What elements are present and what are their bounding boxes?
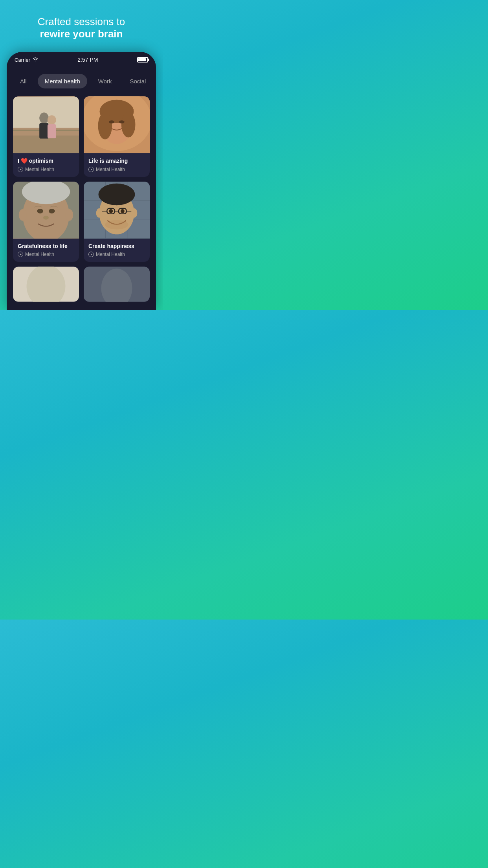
play-icon [18,167,23,172]
card-gratefulness-image [13,182,79,239]
battery-icon [137,57,148,63]
carrier-label: Carrier [15,57,30,63]
card-life-amazing-title: Life is amazing [88,157,145,164]
header-subtitle: Crafted sessions to [38,16,125,28]
header-title: rewire your brain [38,28,125,40]
card-happiness-info: Create happiness Mental Health [84,239,150,262]
status-bar: Carrier 2:57 PM [7,52,156,66]
svg-point-12 [98,112,112,140]
card-optimism-title: I ❤️ optimism [18,157,74,164]
partial-cards-row [13,267,150,302]
svg-point-4 [39,113,49,124]
card-happiness-title: Create happiness [88,243,145,250]
card-life-amazing[interactable]: Life is amazing Mental Health [84,96,150,177]
card-optimism[interactable]: I ❤️ optimism Mental Health [13,96,79,177]
card-optimism-image [13,96,79,153]
svg-point-20 [49,209,55,213]
svg-point-42 [131,208,138,218]
card-gratefulness-info: Gratefulness to life Mental Health [13,239,79,262]
filter-tabs: All Mental health Work Social [13,74,150,88]
svg-point-19 [37,209,43,213]
card-happiness[interactable]: Create happiness Mental Health [84,182,150,262]
wifi-icon [32,57,39,63]
svg-point-24 [65,209,73,221]
play-icon-4 [88,252,94,257]
card-gratefulness[interactable]: Gratefulness to life Mental Health [13,182,79,262]
card-life-amazing-category-label: Mental Health [96,167,125,172]
phone-frame: Carrier 2:57 PM All Mental health Work S… [7,52,156,309]
tab-mental-health[interactable]: Mental health [38,74,87,88]
svg-point-41 [96,208,103,218]
partial-card-2[interactable] [84,267,150,302]
card-gratefulness-title: Gratefulness to life [18,243,74,250]
svg-rect-7 [48,124,56,138]
card-happiness-image [84,182,150,239]
header-section: Crafted sessions to rewire your brain [30,16,133,40]
card-happiness-category-label: Mental Health [96,252,125,257]
tab-all[interactable]: All [13,74,34,88]
phone-content: All Mental health Work Social [7,66,156,309]
svg-point-15 [119,121,125,124]
card-life-amazing-image [84,96,150,153]
play-icon-3 [18,252,23,257]
svg-rect-5 [39,123,49,139]
card-gratefulness-category: Mental Health [18,252,74,257]
tab-social[interactable]: Social [123,74,150,88]
cards-grid: I ❤️ optimism Mental Health [13,96,150,261]
svg-point-21 [43,215,49,219]
battery-fill [138,58,146,61]
card-optimism-info: I ❤️ optimism Mental Health [13,153,79,177]
card-optimism-category-label: Mental Health [25,167,54,172]
card-life-amazing-info: Life is amazing Mental Health [84,153,150,177]
card-life-amazing-category: Mental Health [88,167,145,172]
tab-work[interactable]: Work [91,74,119,88]
svg-point-40 [105,220,128,229]
svg-point-38 [109,209,113,213]
svg-point-13 [121,112,136,138]
svg-point-44 [27,267,66,302]
card-optimism-category: Mental Health [18,167,74,172]
carrier-info: Carrier [15,57,39,63]
status-time: 2:57 PM [77,57,98,63]
svg-point-6 [48,116,56,125]
play-icon-2 [88,167,94,172]
svg-point-39 [121,209,125,213]
svg-point-14 [109,121,114,124]
partial-card-1[interactable] [13,267,79,302]
svg-point-32 [99,183,135,205]
card-happiness-category: Mental Health [88,252,145,257]
card-gratefulness-category-label: Mental Health [25,252,54,257]
svg-point-23 [19,209,27,221]
